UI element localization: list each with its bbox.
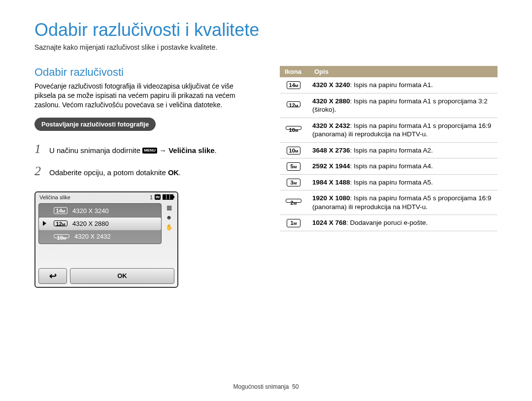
footer: Mogućnosti snimanja 50 xyxy=(0,383,532,390)
resolution-badge: 12M xyxy=(54,220,67,226)
step-1-arrow: → xyxy=(157,146,168,154)
table-icon-cell: 2M xyxy=(280,190,309,215)
step-2-number: 2 xyxy=(34,161,44,182)
columns: Odabir razlučivosti Povećanje razlučivos… xyxy=(34,66,498,288)
step-1-bold: Veličina slike xyxy=(168,146,214,154)
camera-bottom: ↩ OK xyxy=(38,268,174,284)
table-row: 12M4320 X 2880: Ispis na papiru formata … xyxy=(280,93,498,118)
camera-row-text: 4320 X 2880 xyxy=(72,220,109,227)
menu-icon: MENU xyxy=(142,148,157,154)
table-icon-cell: 12M xyxy=(280,93,309,118)
right-column: Ikona Opis 14M4320 X 3240: Ispis na papi… xyxy=(280,66,498,288)
resolution-badge: 10M xyxy=(54,234,69,238)
resolution-badge: 5M xyxy=(287,162,300,170)
table-icon-cell: 3M xyxy=(280,174,309,190)
step-2: 2 Odaberite opciju, a potom dotaknite OK… xyxy=(34,161,256,182)
resolution-badge: 1M xyxy=(287,219,300,227)
table-row: 14M4320 X 3240: Ispis na papiru formata … xyxy=(280,77,498,93)
back-button[interactable]: ↩ xyxy=(38,268,67,284)
table-desc-cell: 1984 X 1488: Ispis na papiru formata A5. xyxy=(309,174,498,190)
camera-icon: ▦ xyxy=(166,204,172,211)
camera-screen: Veličina slike 1 IN 14M4320 X 324012M432… xyxy=(34,191,178,288)
camera-counter: 1 xyxy=(150,194,153,200)
section-heading: Odabir razlučivosti xyxy=(34,66,256,79)
camera-list-row[interactable]: 14M4320 X 3240 xyxy=(39,205,161,217)
resolution-badge: 14M xyxy=(54,207,67,214)
face-icon: ☻ xyxy=(166,214,172,221)
step-1-text-a: U načinu snimanja dodirnite xyxy=(49,146,142,154)
table-icon-cell: 10M xyxy=(280,142,309,158)
in-icon: IN xyxy=(155,194,161,200)
left-column: Odabir razlučivosti Povećanje razlučivos… xyxy=(34,66,256,288)
table-desc-cell: 2592 X 1944: Ispis na papiru formata A4. xyxy=(309,158,498,175)
camera-body: 14M4320 X 324012M4320 X 288010M4320 X 24… xyxy=(35,201,177,246)
table-desc-cell: 1920 X 1080: Ispis na papiru formata A5 … xyxy=(309,190,498,215)
step-2-text-a: Odaberite opciju, a potom dotaknite xyxy=(49,168,168,177)
steps: 1 U načinu snimanja dodirnite MENU → Vel… xyxy=(34,139,256,182)
step-1-number: 1 xyxy=(34,139,44,159)
table-row: 1M1024 X 768: Dodavanje poruci e-pošte. xyxy=(280,215,498,231)
step-1-dot: . xyxy=(215,146,217,154)
table-row: 10M4320 X 2432: Ispis na papiru formata … xyxy=(280,118,498,142)
table-desc-cell: 1024 X 768: Dodavanje poruci e-pošte. xyxy=(309,215,498,231)
battery-icon xyxy=(163,194,173,200)
hand-icon: ✋ xyxy=(166,224,173,231)
table-desc-cell: 4320 X 3240: Ispis na papiru formata A1. xyxy=(309,77,498,93)
resolution-badge: 14M xyxy=(287,81,300,89)
resolution-badge: 2M xyxy=(286,199,301,203)
step-2-text: Odaberite opciju, a potom dotaknite OK. xyxy=(49,167,256,179)
table-icon-cell: 5M xyxy=(280,158,309,175)
table-header-desc: Opis xyxy=(309,66,498,77)
table-desc-cell: 3648 X 2736: Ispis na papiru formata A2. xyxy=(309,142,498,158)
footer-page: 50 xyxy=(292,383,299,390)
step-1: 1 U načinu snimanja dodirnite MENU → Vel… xyxy=(34,139,256,159)
table-icon-cell: 14M xyxy=(280,77,309,93)
table-row: 3M1984 X 1488: Ispis na papiru formata A… xyxy=(280,174,498,190)
page-title: Odabir razlučivosti i kvalitete xyxy=(34,20,498,40)
footer-label: Mogućnosti snimanja xyxy=(233,383,289,390)
camera-list-row[interactable]: 12M4320 X 2880 xyxy=(39,217,161,230)
camera-side-icons: ▦ ☻ ✋ xyxy=(164,203,174,244)
resolution-badge: 10M xyxy=(287,147,300,154)
camera-topbar: Veličina slike 1 IN xyxy=(35,192,177,201)
ok-button[interactable]: OK xyxy=(70,268,174,284)
camera-title: Veličina slike xyxy=(39,194,70,200)
triangle-icon xyxy=(43,221,46,226)
camera-row-text: 4320 X 2432 xyxy=(74,233,111,240)
resolution-badge: 10M xyxy=(286,126,301,130)
page-subtitle: Saznajte kako mijenjati razlučivost slik… xyxy=(34,43,498,51)
camera-status: 1 IN xyxy=(150,194,173,200)
table-row: 5M2592 X 1944: Ispis na papiru formata A… xyxy=(280,158,498,175)
camera-row-text: 4320 X 3240 xyxy=(72,207,109,215)
pill-label: Postavljanje razlučivosti fotografije xyxy=(34,118,156,131)
body-text: Povećanje razlučivosti fotografija ili v… xyxy=(34,82,256,110)
step-2-dot: . xyxy=(178,168,180,177)
camera-list-row[interactable]: 10M4320 X 2432 xyxy=(39,230,161,243)
page: Odabir razlučivosti i kvalitete Saznajte… xyxy=(0,0,532,401)
table-icon-cell: 1M xyxy=(280,215,309,231)
resolution-badge: 3M xyxy=(287,179,300,186)
resolution-table: Ikona Opis 14M4320 X 3240: Ispis na papi… xyxy=(280,66,498,231)
table-row: 2M1920 X 1080: Ispis na papiru formata A… xyxy=(280,190,498,215)
ok-icon: OK xyxy=(168,168,179,177)
table-row: 10M3648 X 2736: Ispis na papiru formata … xyxy=(280,142,498,158)
table-desc-cell: 4320 X 2880: Ispis na papiru formata A1 … xyxy=(309,93,498,118)
resolution-badge: 12M xyxy=(287,101,300,107)
table-header-icon: Ikona xyxy=(280,66,309,77)
step-1-text: U načinu snimanja dodirnite MENU → Velič… xyxy=(49,145,256,156)
table-icon-cell: 10M xyxy=(280,118,309,142)
camera-list[interactable]: 14M4320 X 324012M4320 X 288010M4320 X 24… xyxy=(38,203,162,244)
table-desc-cell: 4320 X 2432: Ispis na papiru formata A1 … xyxy=(309,118,498,142)
